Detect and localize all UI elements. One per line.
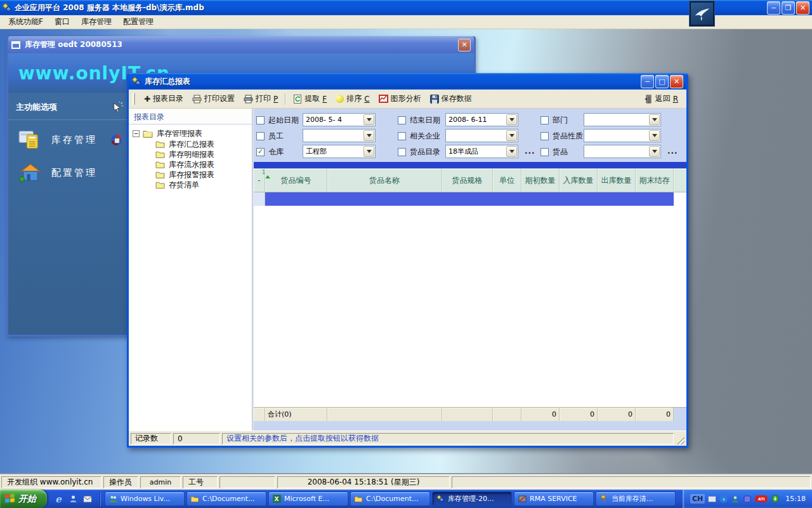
goods-catalog-combo[interactable]: 18半成品	[445, 145, 518, 158]
windows-update-icon[interactable]	[771, 495, 780, 504]
goods-type-checkbox[interactable]	[540, 132, 549, 140]
tree-item-summary-report[interactable]: 库存汇总报表	[155, 139, 249, 149]
filter-goods: 货品	[540, 145, 568, 158]
main-statusbar: 开发组织 www.onlyit.cn 操作员 admin 工号 2008-06-…	[0, 474, 812, 490]
grid-body	[254, 192, 686, 407]
menu-system[interactable]: 系统功能F	[3, 15, 49, 29]
column-header-outbound-qty[interactable]: 出库数量	[598, 169, 636, 192]
dropdown-button[interactable]	[363, 114, 374, 125]
more-ellipsis[interactable]: ...	[667, 147, 678, 156]
column-header-closing-qty[interactable]: 期末结存	[636, 169, 674, 192]
menu-config[interactable]: 配置管理	[117, 15, 159, 29]
dialog-maximize-button[interactable]: □	[655, 75, 669, 88]
goods-catalog-checkbox[interactable]	[398, 148, 406, 156]
chart-analysis-button[interactable]: 图形分析	[374, 91, 426, 106]
app-diamonds-icon	[436, 495, 445, 504]
return-button[interactable]: 返回R	[639, 91, 683, 106]
dropdown-button[interactable]	[506, 130, 517, 141]
end-date-combo[interactable]: 2008- 6-11	[445, 113, 518, 126]
collapse-icon[interactable]: −	[133, 130, 140, 137]
goods-combo[interactable]	[584, 145, 661, 158]
goods-type-combo[interactable]	[584, 129, 661, 142]
end-date-checkbox[interactable]	[398, 116, 406, 124]
menu-window[interactable]: 窗口	[49, 15, 75, 29]
employee-checkbox[interactable]	[256, 132, 265, 140]
dropdown-button[interactable]	[363, 146, 374, 157]
column-header-inbound-qty[interactable]: 入库数量	[560, 169, 598, 192]
goods-checkbox[interactable]	[540, 148, 549, 156]
close-icon: ✕	[674, 78, 679, 85]
dropdown-button[interactable]	[649, 114, 660, 125]
more-ellipsis[interactable]: ...	[525, 147, 535, 156]
extract-button[interactable]: 提取F	[289, 91, 331, 106]
column-header-goods-code[interactable]: 货品编号	[265, 169, 327, 192]
column-header-goods-name[interactable]: 货品名称	[327, 169, 442, 192]
chevron-down-icon	[367, 134, 372, 137]
employee-combo[interactable]	[303, 129, 376, 142]
dropdown-button[interactable]	[506, 114, 517, 125]
column-header-goods-spec[interactable]: 货品规格	[442, 169, 493, 192]
inventory-module-icon	[18, 129, 43, 150]
ie-icon[interactable]: e	[53, 494, 63, 504]
task-current-stock[interactable]: 当前库存清...	[596, 491, 676, 506]
dropdown-button[interactable]	[649, 130, 660, 141]
start-date-combo[interactable]: 2008- 5- 4	[303, 113, 376, 126]
selected-empty-row[interactable]	[265, 192, 674, 206]
warehouse-combo[interactable]: 工程部	[303, 145, 376, 158]
task-rma-service[interactable]: RMA SERVICE	[514, 491, 594, 506]
dropdown-button[interactable]	[649, 146, 660, 157]
tree-item-flow-report[interactable]: 库存流水报表	[155, 159, 249, 170]
task-explorer-1[interactable]: C:\Document...	[187, 491, 266, 506]
ati-icon[interactable]: ATI	[755, 495, 768, 502]
column-header-unit[interactable]: 单位	[493, 169, 521, 192]
clock[interactable]: 15:18	[785, 495, 806, 503]
minimize-button[interactable]: ─	[767, 1, 780, 15]
report-catalog-button[interactable]: ✚ 报表目录	[140, 91, 188, 106]
task-label: RMA SERVICE	[530, 495, 577, 503]
language-indicator[interactable]: CH	[690, 494, 705, 504]
start-button[interactable]: 开始	[0, 490, 47, 508]
dropdown-button[interactable]	[363, 130, 374, 141]
save-data-button[interactable]: 保存数据	[426, 91, 476, 106]
dropdown-button[interactable]	[506, 146, 517, 157]
tray-app-icon[interactable]	[743, 495, 752, 504]
related-company-checkbox[interactable]	[398, 132, 406, 140]
task-label: Windows Liv...	[121, 495, 170, 503]
related-company-combo[interactable]	[445, 129, 518, 142]
menu-inventory[interactable]: 库存管理	[75, 15, 117, 29]
warehouse-checkbox[interactable]	[256, 148, 265, 156]
department-combo[interactable]	[584, 113, 661, 126]
inventory-window-titlebar: 库存管理 oedt 20080513 ✕	[8, 36, 474, 53]
task-excel[interactable]: X Microsoft E...	[268, 491, 348, 506]
sidebar-item-label: 配置管理	[51, 167, 97, 179]
tree-item-stock-list[interactable]: 存货清单	[155, 180, 249, 190]
msn-status-icon[interactable]	[731, 495, 740, 504]
msn-icon[interactable]	[68, 494, 78, 504]
print-setup-button[interactable]: 打印设置	[188, 91, 239, 106]
hide-icons-icon[interactable]: ‹	[719, 495, 728, 503]
dialog-close-button[interactable]: ✕	[670, 75, 683, 88]
status-message: 设置相关的参数后，点击提取按钮以获得数据	[222, 433, 674, 444]
inventory-close-button[interactable]: ✕	[458, 39, 471, 51]
close-button[interactable]: ✕	[796, 1, 809, 15]
task-inventory-app[interactable]: 库存管理-20...	[432, 491, 512, 506]
tree-item-detail-report[interactable]: 库存明细报表	[155, 149, 249, 159]
resize-grip[interactable]	[676, 436, 684, 444]
task-windows-live[interactable]: Windows Liv...	[105, 491, 185, 506]
restore-icon: ❐	[785, 4, 792, 11]
sort-button[interactable]: 排序C	[331, 91, 374, 106]
outlook-icon[interactable]	[82, 494, 93, 504]
dialog-minimize-button[interactable]: ─	[641, 75, 654, 88]
print-button[interactable]: 打印P	[239, 91, 282, 106]
keyboard-icon[interactable]	[708, 496, 716, 502]
start-date-checkbox[interactable]	[256, 116, 265, 124]
column-header-opening-qty[interactable]: 期初数量	[521, 169, 560, 192]
tree-root-item[interactable]: − 库存管理报表	[133, 128, 249, 139]
task-explorer-2[interactable]: C:\Document...	[350, 491, 430, 506]
department-checkbox[interactable]	[540, 116, 549, 124]
statusbar-spacer	[452, 476, 811, 488]
tree-item-alert-report[interactable]: 库存报警报表	[155, 170, 249, 180]
restore-button[interactable]: ❐	[782, 1, 795, 15]
gavel-icon	[599, 495, 608, 504]
sidebar-item-label: 库存管理	[51, 134, 97, 146]
